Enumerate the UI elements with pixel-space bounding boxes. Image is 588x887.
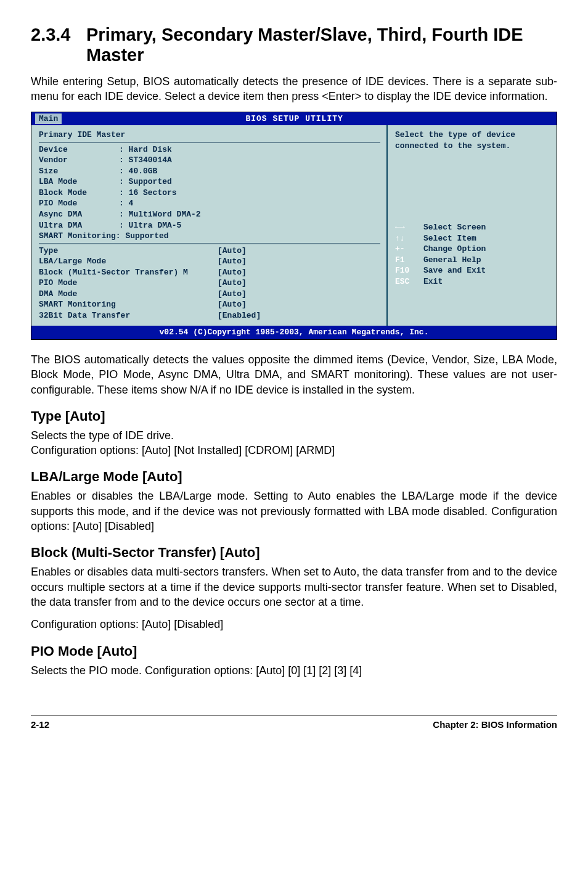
bios-key-row: F1General Help — [395, 255, 550, 266]
bios-option-label: SMART Monitoring — [39, 299, 218, 310]
bios-right-pane: Select the type of device connected to t… — [388, 125, 557, 326]
bios-option-row: DMA Mode[Auto] — [39, 289, 380, 300]
block-body-1: Enables or disables data multi-sectors t… — [31, 564, 557, 609]
bios-info-value: : ST340014A — [119, 155, 172, 166]
bios-info-row: Vendor: ST340014A — [39, 155, 380, 166]
lba-heading: LBA/Large Mode [Auto] — [31, 469, 557, 485]
bios-info-value: : Ultra DMA-5 — [119, 220, 181, 231]
chapter-label: Chapter 2: BIOS Information — [433, 719, 557, 730]
bios-divider-mid — [39, 243, 380, 244]
bios-info-row: LBA Mode: Supported — [39, 176, 380, 188]
bios-key-row: ESCExit — [395, 276, 550, 287]
bios-option-value: [Auto] — [218, 245, 247, 257]
bios-info-value: : Hard Disk — [119, 144, 172, 155]
bios-screenshot: Main BIOS SETUP UTILITY Primary IDE Mast… — [31, 112, 557, 340]
after-bios-paragraph: The BIOS automatically detects the value… — [31, 352, 557, 397]
block-body-2: Configuration options: [Auto] [Disabled] — [31, 617, 557, 632]
bios-option-value: [Auto] — [218, 256, 247, 267]
bios-info-value: : 16 Sectors — [119, 188, 177, 199]
bios-key: ←→ — [395, 222, 423, 233]
bios-info-label: PIO Mode — [39, 198, 119, 209]
bios-info-row: Block Mode: 16 Sectors — [39, 188, 380, 199]
bios-info-label: Async DMA — [39, 209, 119, 220]
bios-option-value: [Auto] — [218, 278, 247, 289]
bios-key-text: Select Screen — [423, 222, 486, 233]
bios-info-label: SMART Monitoring: Supported — [39, 231, 169, 242]
type-body-1: Selects the type of IDE drive. — [31, 428, 557, 443]
bios-info-value: : 4 — [119, 198, 133, 209]
bios-option-row: 32Bit Data Transfer[Enabled] — [39, 310, 380, 321]
bios-title-bar: Main BIOS SETUP UTILITY — [31, 112, 557, 126]
bios-info-row: Async DMA: MultiWord DMA-2 — [39, 209, 380, 220]
bios-info-value: : Supported — [119, 176, 172, 188]
bios-option-row: PIO Mode[Auto] — [39, 278, 380, 289]
bios-option-label: PIO Mode — [39, 278, 218, 289]
bios-title-text: BIOS SETUP UTILITY — [69, 113, 520, 125]
bios-info-row: Device: Hard Disk — [39, 144, 380, 155]
bios-info-label: Device — [39, 144, 119, 155]
bios-screen-title: Primary IDE Master — [39, 130, 380, 141]
bios-info-value: : MultiWord DMA-2 — [119, 209, 201, 220]
bios-option-label: DMA Mode — [39, 289, 218, 300]
bios-key-text: General Help — [423, 255, 481, 266]
section-heading: 2.3.4 Primary, Secondary Master/Slave, T… — [31, 25, 557, 65]
bios-left-pane: Primary IDE Master Device: Hard Disk Ven… — [31, 125, 388, 326]
bios-key-row: F10Save and Exit — [395, 265, 550, 276]
pio-heading: PIO Mode [Auto] — [31, 643, 557, 659]
bios-body: Primary IDE Master Device: Hard Disk Ven… — [31, 125, 557, 326]
bios-option-value: [Auto] — [218, 267, 247, 278]
block-heading: Block (Multi-Sector Transfer) [Auto] — [31, 545, 557, 561]
bios-option-row: Block (Multi-Sector Transfer) M[Auto] — [39, 267, 380, 278]
bios-tab-main: Main — [35, 113, 62, 124]
type-heading: Type [Auto] — [31, 408, 557, 424]
bios-option-row: SMART Monitoring[Auto] — [39, 299, 380, 310]
bios-option-value: [Auto] — [218, 289, 247, 300]
bios-footer: v02.54 (C)Copyright 1985-2003, American … — [31, 326, 557, 339]
bios-key-text: Exit — [423, 276, 443, 287]
bios-option-label: Block (Multi-Sector Transfer) M — [39, 267, 218, 278]
page-footer: 2-12 Chapter 2: BIOS Information — [31, 715, 557, 730]
bios-key: ↑↓ — [395, 233, 423, 244]
bios-info-label: Block Mode — [39, 188, 119, 199]
bios-key: +- — [395, 244, 423, 255]
bios-key-row: ←→Select Screen — [395, 222, 550, 233]
intro-paragraph: While entering Setup, BIOS automatically… — [31, 74, 557, 104]
bios-info-label: LBA Mode — [39, 176, 119, 188]
bios-option-label: 32Bit Data Transfer — [39, 310, 218, 321]
bios-key-row: +-Change Option — [395, 244, 550, 255]
bios-key-text: Save and Exit — [423, 265, 486, 276]
bios-key: F10 — [395, 265, 423, 276]
pio-body: Selects the PIO mode. Configuration opti… — [31, 663, 557, 678]
bios-option-label: Type — [39, 245, 218, 257]
bios-key-row: ↑↓Select Item — [395, 233, 550, 244]
bios-info-row: Ultra DMA: Ultra DMA-5 — [39, 220, 380, 231]
lba-body: Enables or disables the LBA/Large mode. … — [31, 489, 557, 534]
bios-option-row: LBA/Large Mode[Auto] — [39, 256, 380, 267]
bios-info-label: Size — [39, 166, 119, 177]
bios-info-label: Vendor — [39, 155, 119, 166]
bios-info-row: Size: 40.0GB — [39, 166, 380, 177]
bios-key-text: Select Item — [423, 233, 476, 244]
bios-key: ESC — [395, 276, 423, 287]
bios-option-value: [Enabled] — [218, 310, 261, 321]
bios-option-label: LBA/Large Mode — [39, 256, 218, 267]
type-body-2: Configuration options: [Auto] [Not Insta… — [31, 443, 557, 458]
bios-info-label: Ultra DMA — [39, 220, 119, 231]
bios-info-value: : 40.0GB — [119, 166, 157, 177]
page-number: 2-12 — [31, 719, 49, 730]
section-title: Primary, Secondary Master/Slave, Third, … — [86, 25, 557, 65]
bios-help-text: Select the type of device connected to t… — [395, 130, 550, 151]
bios-divider-top — [39, 142, 380, 143]
bios-option-value: [Auto] — [218, 299, 247, 310]
bios-option-row: Type[Auto] — [39, 245, 380, 257]
bios-key-text: Change Option — [423, 244, 486, 255]
section-number: 2.3.4 — [31, 25, 86, 65]
bios-info-row: PIO Mode: 4 — [39, 198, 380, 209]
bios-key: F1 — [395, 255, 423, 266]
bios-info-row: SMART Monitoring: Supported — [39, 231, 380, 242]
